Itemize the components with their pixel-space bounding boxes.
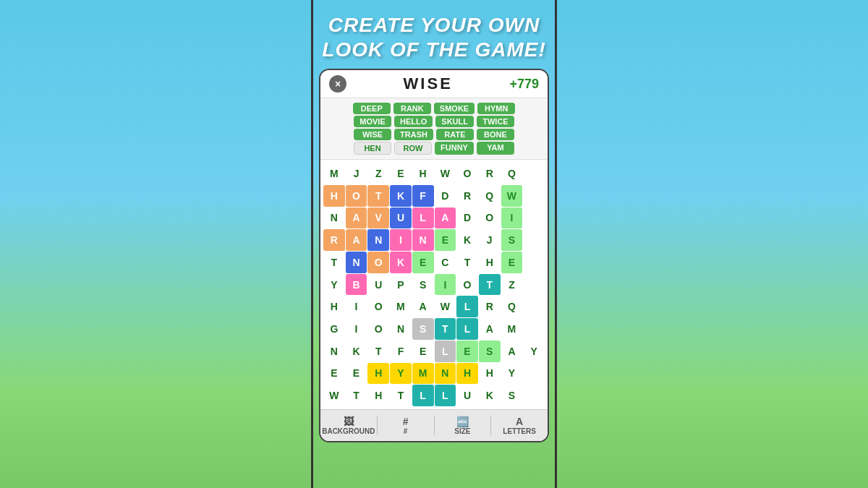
- cell-6-8: Q: [501, 296, 523, 317]
- word-chip-bone: BONE: [477, 129, 514, 140]
- cell-2-3: U: [390, 207, 412, 229]
- tab-letters[interactable]: A LETTERS: [491, 414, 548, 437]
- letters-icon: A: [491, 416, 548, 427]
- tab-background[interactable]: 🖼 BACKGROUND: [320, 414, 377, 437]
- cell-5-5: I: [435, 274, 456, 296]
- cell-0-7: R: [479, 163, 501, 184]
- cell-10-6: U: [456, 385, 478, 406]
- cell-5-7: T: [479, 274, 501, 296]
- cell-8-4: E: [412, 341, 434, 362]
- current-word: WISE: [404, 74, 453, 93]
- cell-10-9: [523, 385, 545, 406]
- word-chip-rank: RANK: [393, 103, 431, 114]
- title-line1: CREATE YOUR OWN: [320, 13, 548, 38]
- cell-7-0: G: [323, 318, 345, 340]
- cell-0-6: O: [456, 163, 478, 184]
- cell-9-4: M: [412, 363, 434, 385]
- cell-2-7: O: [479, 207, 501, 229]
- cell-3-0: R: [323, 229, 345, 251]
- letter-grid: M J Z E H W O R Q H O T K F D R Q W: [323, 163, 545, 406]
- cell-8-9: Y: [523, 341, 545, 362]
- cell-2-0: N: [323, 207, 345, 229]
- score-display: +779: [509, 77, 539, 92]
- cell-7-1: I: [346, 318, 367, 340]
- tab-background-label: BACKGROUND: [322, 427, 375, 435]
- cell-5-8: Z: [501, 274, 523, 296]
- word-row-1: DEEP RANK SMOKE HYMN: [325, 103, 543, 114]
- cell-9-6: H: [456, 363, 478, 385]
- cell-6-1: I: [346, 296, 367, 317]
- cell-10-8: S: [501, 385, 523, 406]
- cell-7-4: S: [412, 318, 434, 340]
- cell-6-5: W: [435, 296, 456, 317]
- cell-1-0: H: [323, 185, 345, 207]
- cell-7-8: M: [501, 318, 523, 340]
- cell-8-2: T: [367, 341, 389, 362]
- word-chip-smoke: SMOKE: [434, 103, 475, 114]
- word-chip-movie: MOVIE: [354, 116, 391, 127]
- cell-8-1: K: [346, 341, 367, 362]
- cell-9-8: Y: [501, 363, 523, 385]
- cell-4-3: K: [390, 252, 412, 273]
- cell-3-5: E: [435, 229, 456, 251]
- cell-9-9: [523, 363, 545, 385]
- bottom-bar: 🖼 BACKGROUND # # 🔤 SIZE A LETTERS: [320, 409, 548, 441]
- cell-3-8: S: [501, 229, 523, 251]
- word-row-4: HEN ROW FUNNY YAM: [325, 142, 543, 155]
- cell-1-7: Q: [479, 185, 501, 207]
- title-line2: LOOK OF THE GAME!: [320, 38, 548, 62]
- cell-7-3: N: [390, 318, 412, 340]
- word-chip-yam: YAM: [477, 142, 514, 155]
- cell-7-9: [523, 318, 545, 340]
- cell-6-7: R: [479, 296, 501, 317]
- tab-size-label: SIZE: [454, 427, 470, 435]
- cell-5-0: Y: [323, 274, 345, 296]
- cell-2-2: V: [367, 207, 389, 229]
- cell-2-5: A: [435, 207, 456, 229]
- cell-3-1: A: [346, 229, 367, 251]
- cell-3-2: N: [367, 229, 389, 251]
- game-container: × WISE +779 DEEP RANK SMOKE HYMN MOVIE H…: [319, 69, 549, 442]
- cell-1-3: K: [390, 185, 412, 207]
- cell-10-4: L: [412, 385, 434, 406]
- tab-letters-label: LETTERS: [503, 427, 536, 435]
- cell-1-4: F: [412, 185, 434, 207]
- word-chip-hymn: HYMN: [477, 103, 515, 114]
- cell-7-7: A: [479, 318, 501, 340]
- cell-4-1: N: [346, 252, 367, 273]
- cell-3-3: I: [390, 229, 412, 251]
- word-chip-wise: WISE: [354, 129, 391, 140]
- cell-1-1: O: [346, 185, 367, 207]
- background-icon: 🖼: [320, 416, 377, 427]
- word-chip-trash: TRASH: [394, 129, 433, 140]
- cell-0-4: H: [412, 163, 434, 184]
- word-chip-hello: HELLO: [394, 116, 433, 127]
- cell-3-4: N: [412, 229, 434, 251]
- cell-7-6: L: [456, 318, 478, 340]
- cell-1-5: D: [435, 185, 456, 207]
- top-bar: × WISE +779: [320, 70, 548, 98]
- cell-5-9: [523, 274, 545, 296]
- cell-10-2: H: [367, 385, 389, 406]
- cell-10-1: T: [346, 385, 367, 406]
- cell-5-1: B: [346, 274, 367, 296]
- cell-10-3: T: [390, 385, 412, 406]
- title-area: CREATE YOUR OWN LOOK OF THE GAME!: [313, 0, 555, 69]
- cell-4-2: O: [367, 252, 389, 273]
- cell-4-5: C: [435, 252, 456, 273]
- cell-2-9: [523, 207, 545, 229]
- tab-size[interactable]: 🔤 SIZE: [435, 414, 491, 437]
- cell-8-0: N: [323, 341, 345, 362]
- cell-0-2: Z: [367, 163, 389, 184]
- cell-10-0: W: [323, 385, 345, 406]
- cell-2-6: D: [456, 207, 478, 229]
- cell-3-7: J: [479, 229, 501, 251]
- cell-0-8: Q: [501, 163, 523, 184]
- close-button[interactable]: ×: [329, 75, 346, 93]
- cell-8-3: F: [390, 341, 412, 362]
- tab-hash[interactable]: # #: [378, 414, 434, 437]
- cell-8-6: E: [456, 341, 478, 362]
- cell-2-1: A: [346, 207, 367, 229]
- cell-4-9: [523, 252, 545, 273]
- cell-9-7: H: [479, 363, 501, 385]
